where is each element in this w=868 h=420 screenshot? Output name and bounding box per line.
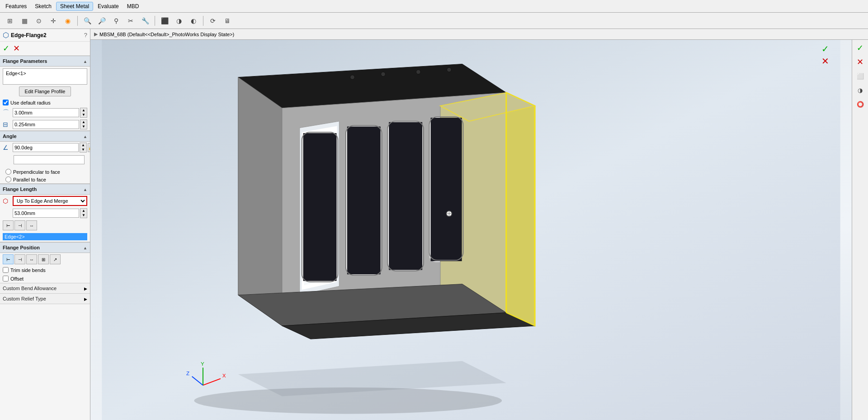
menu-sheet-metal[interactable]: Sheet Metal — [56, 2, 93, 11]
edge-list-box[interactable]: Edge<1> — [3, 68, 87, 85]
length-spinner-down[interactable]: ▼ — [80, 213, 87, 218]
ok-button[interactable]: ✓ — [3, 43, 9, 53]
toolbar-btn-5[interactable]: 🔍 — [81, 14, 94, 27]
thickness-icon: ⊟ — [3, 121, 12, 128]
custom-bend-allowance-toggle[interactable] — [84, 286, 87, 291]
edit-flange-profile-button[interactable]: Edit Flange Profile — [19, 86, 71, 96]
angle-section-toggle[interactable] — [83, 133, 87, 139]
right-btn-5[interactable]: ⭕ — [854, 98, 867, 110]
svg-rect-22 — [347, 127, 381, 275]
radius-row: ⌒ ▲ ▼ — [0, 107, 90, 119]
toolbar-btn-2[interactable]: ⊙ — [33, 14, 45, 27]
left-panel: ⬡ Edge-Flange2 ? ✓ ✕ Flange Parameters E… — [0, 29, 90, 420]
trim-side-bends-label: Trim side bends — [10, 267, 46, 273]
radius-input[interactable] — [13, 108, 79, 117]
perpendicular-radio[interactable] — [5, 169, 11, 175]
thickness-spinner-down[interactable]: ▼ — [80, 124, 87, 129]
menu-sketch[interactable]: Sketch — [31, 2, 55, 10]
toolbar-btn-3[interactable]: ✛ — [47, 14, 60, 27]
length-value-input[interactable] — [13, 209, 79, 218]
flange-pos-icon-4[interactable]: ⊞ — [38, 254, 49, 264]
flange-length-section: Flange Length ⬡ Up To Edge And Merge Bli… — [0, 184, 90, 242]
toolbar-btn-13[interactable]: ⟳ — [207, 14, 219, 27]
angle-text-box[interactable] — [14, 155, 85, 164]
3d-viewport[interactable]: X Y Z ✓ ✕ — [90, 40, 852, 420]
custom-bend-allowance-section[interactable]: Custom Bend Allowance — [0, 283, 90, 294]
angle-spinner-up[interactable]: ▲ — [80, 143, 86, 148]
menu-evaluate[interactable]: Evaluate — [94, 2, 123, 10]
flange-parameters-toggle[interactable] — [83, 58, 87, 64]
custom-relief-type-toggle[interactable] — [84, 296, 87, 301]
toolbar-btn-11[interactable]: ◑ — [173, 14, 185, 27]
svg-point-30 — [381, 72, 386, 76]
custom-relief-type-section[interactable]: Custom Relief Type — [0, 294, 90, 304]
angle-section-header[interactable]: Angle — [0, 131, 90, 142]
thickness-row: ⊟ ▲ ▼ — [0, 119, 90, 130]
length-pos-icon-2[interactable]: ⊣ — [14, 220, 25, 230]
edge-list-item: Edge<1> — [4, 70, 86, 77]
flange-pos-icon-2[interactable]: ⊣ — [14, 254, 25, 264]
svg-point-29 — [350, 75, 355, 80]
length-spinner-up[interactable]: ▲ — [80, 209, 87, 213]
thickness-spinner-buttons: ▲ ▼ — [80, 119, 87, 129]
right-btn-3[interactable]: ⬜ — [854, 70, 867, 82]
angle-input[interactable] — [13, 143, 79, 152]
radius-spinner-down[interactable]: ▼ — [80, 113, 87, 117]
trim-side-bends-checkbox[interactable] — [3, 267, 9, 273]
custom-bend-allowance-label: Custom Bend Allowance — [3, 286, 57, 291]
offset-checkbox[interactable] — [3, 276, 9, 282]
toolbar-btn-1[interactable]: ▦ — [18, 14, 31, 27]
toolbar-btn-7[interactable]: ⚲ — [110, 14, 123, 27]
flange-pos-icon-1[interactable]: ⊢ — [3, 254, 14, 264]
flange-pos-icon-3[interactable]: ↔ — [26, 254, 37, 264]
length-pos-icon-3[interactable]: ↔ — [26, 220, 37, 230]
use-default-radius-row: Use default radius — [0, 98, 90, 107]
flange-parameters-header[interactable]: Flange Parameters — [0, 56, 90, 67]
flange-pos-icon-5[interactable]: ↗ — [50, 254, 61, 264]
right-btn-2[interactable]: ✕ — [854, 56, 867, 68]
edge-selected-item: Edge<2> — [3, 233, 87, 240]
length-position-icons-row: ⊢ ⊣ ↔ — [0, 219, 90, 232]
length-type-row: ⬡ Up To Edge And Merge Blind Up To Verte… — [0, 195, 90, 207]
menu-features[interactable]: Features — [2, 2, 30, 10]
toolbar-btn-6[interactable]: 🔎 — [95, 14, 108, 27]
toolbar-btn-10[interactable]: ⬛ — [158, 14, 171, 27]
flange-position-toggle[interactable] — [83, 244, 87, 251]
length-type-select[interactable]: Up To Edge And Merge Blind Up To Vertex … — [13, 196, 87, 206]
flange-length-title: Flange Length — [3, 186, 37, 192]
help-button[interactable]: ? — [84, 32, 87, 38]
viewport-confirm-x[interactable]: ✕ — [821, 56, 829, 67]
length-value-row: ▲ ▼ — [0, 207, 90, 219]
flange-length-toggle[interactable] — [83, 186, 87, 192]
angle-spinner-down[interactable]: ▼ — [80, 148, 86, 152]
toolbar-btn-0[interactable]: ⊞ — [4, 14, 16, 27]
right-btn-1[interactable]: ✓ — [854, 42, 867, 54]
radius-spinner-up[interactable]: ▲ — [80, 108, 87, 113]
length-pos-icon-1[interactable]: ⊢ — [3, 220, 14, 230]
flange-position-header[interactable]: Flange Position — [0, 242, 90, 253]
cancel-button[interactable]: ✕ — [13, 43, 20, 53]
breadcrumb-arrow: ▶ — [94, 31, 98, 37]
custom-relief-type-label: Custom Relief Type — [3, 296, 46, 301]
ok-cancel-row: ✓ ✕ — [0, 42, 90, 56]
thickness-input[interactable] — [13, 120, 79, 129]
offset-row: Offset — [0, 274, 90, 283]
feature-name-row: ⬡ Edge-Flange2 ? — [0, 29, 90, 42]
toolbar-btn-9[interactable]: 🔧 — [139, 14, 151, 27]
toolbar-btn-8[interactable]: ✂ — [124, 14, 137, 27]
toolbar-btn-14[interactable]: 🖥 — [221, 14, 234, 27]
comm-section — [0, 153, 90, 168]
menu-mbd[interactable]: MBD — [123, 2, 143, 10]
thickness-spinner-up[interactable]: ▲ — [80, 120, 87, 124]
flange-length-header[interactable]: Flange Length — [0, 184, 90, 195]
toolbar-sep-2 — [155, 16, 155, 26]
toolbar-btn-12[interactable]: ◐ — [187, 14, 200, 27]
svg-rect-24 — [431, 118, 462, 261]
viewport-confirm-check[interactable]: ✓ — [821, 43, 829, 54]
use-default-radius-checkbox[interactable] — [3, 100, 9, 105]
right-btn-4[interactable]: ◑ — [854, 84, 867, 96]
parallel-radio[interactable] — [5, 177, 11, 182]
toolbar-btn-4[interactable]: ◉ — [61, 14, 74, 27]
svg-rect-23 — [389, 122, 422, 270]
svg-text:Z: Z — [186, 370, 189, 376]
